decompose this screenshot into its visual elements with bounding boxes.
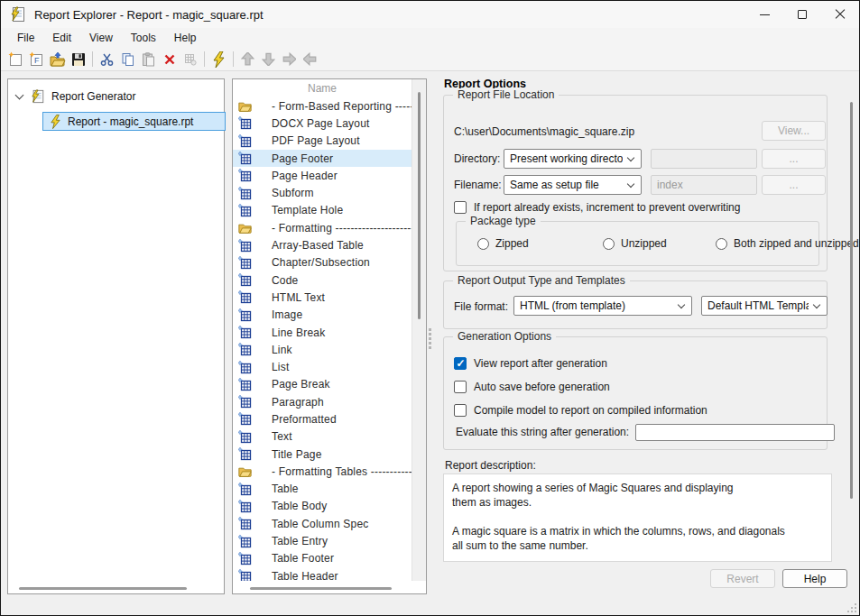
checkbox-label: Auto save before generation <box>474 381 610 393</box>
menu-bar: FileEditViewToolsHelp <box>1 28 859 48</box>
directory-label: Directory: <box>454 152 500 165</box>
list-item-label: Chapter/Subsection <box>272 256 370 269</box>
group-legend: Report Output Type and Templates <box>453 274 630 287</box>
list-item[interactable]: Link <box>233 341 412 358</box>
list-item[interactable]: Array-Based Table <box>233 236 412 253</box>
minimize-button[interactable] <box>745 1 783 28</box>
directory-browse-button[interactable]: ... <box>762 149 826 169</box>
radio-icon[interactable] <box>477 238 489 250</box>
list-item-label: Table Column Spec <box>272 518 368 530</box>
list-item[interactable]: Template Hole <box>233 202 412 219</box>
list-vscrollbar-thumb[interactable] <box>418 92 421 319</box>
directory-combo[interactable]: Present working directory <box>504 149 642 169</box>
list-item[interactable]: Preformatted <box>233 410 412 428</box>
chevron-down-icon[interactable] <box>15 91 24 100</box>
list-item[interactable]: - Form-Based Reporting ------------ <box>233 97 412 115</box>
list-item[interactable]: Title Page <box>233 446 412 463</box>
paste-icon[interactable] <box>138 50 159 69</box>
menu-item[interactable]: View <box>80 30 122 46</box>
save-icon[interactable] <box>68 50 88 69</box>
list-item[interactable]: - Formatting ---------------------- <box>233 219 412 236</box>
list-item[interactable]: Table Entry <box>233 532 412 549</box>
resize-grip[interactable] <box>847 603 856 612</box>
template-combo[interactable]: Default HTML Template <box>701 296 828 316</box>
maximize-button[interactable] <box>783 1 821 28</box>
list-item[interactable]: Page Header <box>233 167 412 184</box>
filename-combo[interactable]: Same as setup file <box>504 175 642 195</box>
menu-item[interactable]: Tools <box>122 30 165 46</box>
options-vscrollbar-thumb[interactable] <box>850 102 853 499</box>
list-item[interactable]: Table Footer <box>233 550 412 567</box>
list-item[interactable]: DOCX Page Layout <box>233 115 412 132</box>
radio-zipped[interactable]: Zipped <box>477 237 529 250</box>
list-item-label: Table <box>272 483 299 495</box>
generation-checkbox-row[interactable]: Auto save before generation <box>454 381 707 393</box>
panel-splitter[interactable] <box>429 328 431 351</box>
list-item[interactable]: List <box>233 358 412 375</box>
view-button[interactable]: View... <box>762 121 826 141</box>
list-hscrollbar[interactable] <box>250 587 392 590</box>
checkbox-label: Compile model to report on compiled info… <box>474 404 707 417</box>
radio-unzipped[interactable]: Unzipped <box>603 237 667 250</box>
filename-browse-button[interactable]: ... <box>762 175 826 195</box>
cut-icon[interactable] <box>97 50 117 69</box>
tree-node-report-selected[interactable]: Report - magic_square.rpt <box>42 112 226 131</box>
list-item[interactable]: PDF Page Layout <box>233 133 412 150</box>
list-item[interactable]: Table <box>233 481 412 498</box>
report-description-label: Report description: <box>445 459 536 472</box>
title-bar: Report Explorer - Report - magic_square.… <box>1 1 859 28</box>
report-description-text[interactable]: A report showing a series of Magic Squar… <box>443 473 832 562</box>
increment-checkbox[interactable] <box>454 201 467 214</box>
table-component-icon <box>238 361 252 374</box>
menu-item[interactable]: File <box>8 30 43 46</box>
list-item[interactable]: Table Header <box>233 567 412 581</box>
generation-checkbox-row[interactable]: View report after generation <box>454 357 707 370</box>
back-icon <box>300 50 320 69</box>
increment-checkbox-row[interactable]: If report already exists, increment to p… <box>454 201 740 214</box>
list-header-name[interactable]: Name <box>233 79 426 97</box>
list-item[interactable]: Table Body <box>233 498 412 515</box>
left-hscrollbar[interactable] <box>19 587 187 590</box>
menu-item[interactable]: Edit <box>43 30 80 46</box>
new-form-report-icon[interactable]: F <box>26 50 47 69</box>
checkbox-icon[interactable] <box>454 357 467 370</box>
list-item[interactable]: Chapter/Subsection <box>233 254 412 271</box>
list-item[interactable]: Code <box>233 271 412 289</box>
checkbox-label: View report after generation <box>474 357 607 370</box>
tree-node-report-generator[interactable]: Report Generator <box>8 87 224 106</box>
menu-item[interactable]: Help <box>165 30 206 46</box>
generate-report-icon[interactable] <box>208 50 229 69</box>
list-item[interactable]: Text <box>233 428 412 446</box>
list-item[interactable]: - Formatting Tables ---------------- <box>233 463 412 480</box>
list-item[interactable]: Line Break <box>233 324 412 341</box>
close-button[interactable] <box>821 1 859 28</box>
delete-icon[interactable] <box>159 50 180 69</box>
list-item[interactable]: Paragraph <box>233 393 412 410</box>
list-item[interactable]: Page Break <box>233 376 412 393</box>
radio-icon[interactable] <box>716 238 727 250</box>
help-button[interactable]: Help <box>782 569 847 588</box>
move-up-icon <box>237 50 258 69</box>
list-item[interactable]: Table Column Spec <box>233 515 412 532</box>
table-component-icon <box>238 256 252 270</box>
file-format-combo[interactable]: HTML (from template) <box>513 296 692 316</box>
list-item[interactable]: Page Footer <box>233 150 412 167</box>
list-item[interactable]: Image <box>233 307 412 324</box>
toolbar-separator <box>92 51 93 67</box>
revert-button[interactable]: Revert <box>710 569 775 588</box>
new-report-icon[interactable] <box>5 50 26 69</box>
evaluate-input[interactable] <box>635 424 835 441</box>
list-item[interactable]: HTML Text <box>233 289 412 306</box>
checkbox-icon[interactable] <box>454 381 467 393</box>
radio-both[interactable]: Both zipped and unzipped <box>716 237 859 250</box>
list-vscrollbar[interactable] <box>412 79 426 581</box>
open-folder-icon[interactable] <box>47 50 68 69</box>
copy-icon[interactable] <box>117 50 138 69</box>
list-item-label: Page Break <box>272 378 330 391</box>
radio-icon[interactable] <box>603 238 615 250</box>
table-component-icon <box>238 483 252 496</box>
list-item[interactable]: Subform <box>233 184 412 201</box>
list-item-label: Table Footer <box>272 552 334 565</box>
checkbox-icon[interactable] <box>454 404 467 417</box>
generation-checkbox-row[interactable]: Compile model to report on compiled info… <box>454 404 707 417</box>
